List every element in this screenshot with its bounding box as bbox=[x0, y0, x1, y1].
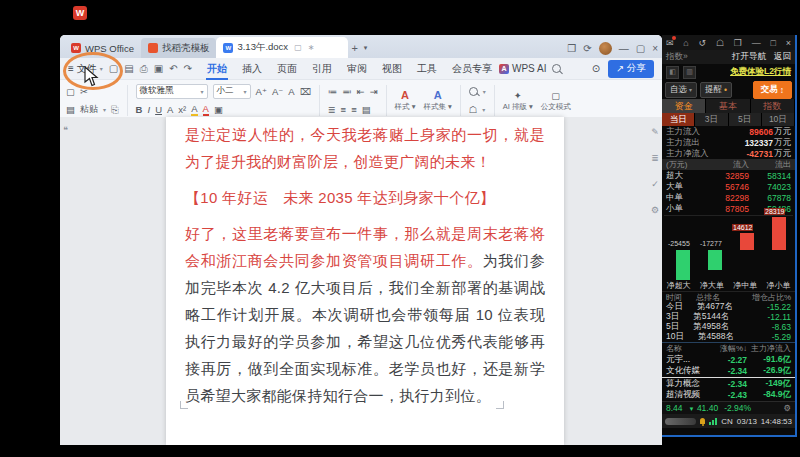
text-color-icon[interactable]: A bbox=[203, 103, 209, 116]
clipboard-icon[interactable]: ▢ bbox=[66, 86, 75, 97]
period-tab-4[interactable]: 10日 bbox=[762, 113, 795, 126]
ai-typeset-button[interactable]: ✦ AI 排版 ▾ bbox=[503, 82, 533, 119]
watchlist-button[interactable]: 自选 ▾ bbox=[665, 82, 697, 98]
text-effect-icon[interactable]: A bbox=[288, 86, 294, 97]
char-shading-icon[interactable]: ▣ bbox=[214, 104, 223, 115]
format-painter-icon[interactable]: ⎘ bbox=[111, 104, 119, 116]
alert-button[interactable]: 提醒 • bbox=[700, 82, 732, 98]
print-icon[interactable]: ⎙ bbox=[140, 63, 148, 75]
paste-icon[interactable]: ▤ bbox=[66, 104, 75, 115]
align-left-icon[interactable]: ≣ bbox=[328, 104, 336, 115]
sector-row[interactable]: 超清视频-2.43-84.9亿 bbox=[662, 390, 795, 402]
increase-font-icon[interactable]: A⁺ bbox=[256, 86, 267, 97]
stock-minimize-button[interactable]: — bbox=[752, 38, 761, 48]
settings-icon[interactable]: ⚙ bbox=[651, 205, 659, 215]
new-tab-button[interactable]: + bbox=[351, 38, 357, 58]
align-justify-icon[interactable]: ▤ bbox=[362, 104, 371, 115]
undo-icon[interactable]: ↶ bbox=[169, 63, 177, 74]
collaborate-icon[interactable]: ⊙ bbox=[592, 63, 600, 74]
sidebar-tool-icon[interactable]: ❝ bbox=[63, 125, 68, 135]
paragraph[interactable]: 是注定逆人性的，今天我老蒋赌上身家的一切，就是为了提升我的财富阶层，创造更广阔的… bbox=[185, 121, 545, 175]
ribbon-tab-8[interactable]: 会员专享 bbox=[451, 59, 493, 79]
close-button[interactable]: × bbox=[652, 43, 658, 54]
tab-docer-templates[interactable]: 找稻壳模板 bbox=[141, 38, 217, 58]
numbering-icon[interactable]: ≕ bbox=[342, 86, 352, 97]
document-page[interactable]: 是注定逆人性的，今天我老蒋赌上身家的一切，就是为了提升我的财富阶层，创造更广阔的… bbox=[166, 117, 564, 445]
sector-row[interactable]: 文化传媒-2.34-26.9亿 bbox=[662, 366, 795, 379]
settings-gear-icon[interactable]: ⚙ bbox=[783, 403, 791, 413]
stock-tab-2[interactable]: 基本 bbox=[706, 99, 750, 113]
document-text[interactable]: 是注定逆人性的，今天我老蒋赌上身家的一切，就是为了提升我的财富阶层，创造更广阔的… bbox=[185, 121, 545, 409]
italic-button[interactable]: I bbox=[147, 104, 150, 115]
ribbon-tab-4[interactable]: 引用 bbox=[311, 59, 333, 79]
stock-tab-1[interactable]: 资金 bbox=[662, 99, 706, 113]
outline-icon[interactable]: ≣ bbox=[651, 153, 659, 163]
underline-button[interactable]: U bbox=[155, 104, 162, 115]
stock-maximize-button[interactable]: □ bbox=[770, 38, 775, 48]
superscript-icon[interactable]: x² bbox=[178, 104, 186, 115]
workspace-icon[interactable]: ❐ bbox=[567, 43, 576, 54]
paragraph[interactable]: 好了，这里老蒋要宣布一件事，那么就是周末老蒋将会和浙江商会共同参加资管项目调研工… bbox=[185, 220, 545, 409]
styles-button[interactable]: A 样式 ▾ bbox=[395, 82, 416, 119]
bold-button[interactable]: B bbox=[136, 104, 143, 115]
redo-icon[interactable]: ↷ bbox=[184, 63, 192, 74]
font-size-select[interactable]: 小二 ▾ bbox=[213, 84, 251, 99]
wps-ai-tab[interactable]: A WPS AI bbox=[499, 63, 546, 74]
doc-more-icon[interactable]: ∗ bbox=[308, 43, 315, 52]
minimize-button[interactable]: — bbox=[619, 43, 629, 54]
ribbon-tab-7[interactable]: 工具 bbox=[416, 59, 438, 79]
bullets-icon[interactable]: ≔ bbox=[328, 86, 338, 97]
trade-button[interactable]: 交易 ↕ bbox=[753, 81, 792, 99]
font-color-icon[interactable]: A bbox=[167, 104, 173, 115]
increase-indent-icon[interactable]: ⇥ bbox=[370, 86, 378, 97]
sector-row[interactable]: 算力概念-2.34-149亿 bbox=[662, 378, 795, 390]
ribbon-tab-2[interactable]: 插入 bbox=[241, 59, 263, 79]
tools-icon[interactable]: ☖ bbox=[716, 38, 724, 48]
mail-icon[interactable]: ✉ bbox=[666, 38, 674, 48]
highlight-color-icon[interactable]: A bbox=[191, 103, 197, 116]
find-replace-icon[interactable] bbox=[469, 87, 478, 96]
gongwen-mode-button[interactable]: ▢ 公文模式 bbox=[541, 82, 571, 119]
proofing-icon[interactable]: ✓ bbox=[651, 179, 659, 189]
select-tool-icon[interactable]: ☖ bbox=[469, 104, 478, 115]
open-navigation-link[interactable]: 打开导航 bbox=[732, 51, 766, 63]
edit-tool-icon[interactable]: ✎ bbox=[651, 127, 659, 137]
align-center-icon[interactable]: ≡ bbox=[341, 104, 347, 115]
period-tab-1[interactable]: 当日 bbox=[662, 113, 695, 126]
clear-format-icon[interactable]: ⌧ bbox=[300, 86, 311, 97]
ribbon-tab-3[interactable]: 页面 bbox=[276, 59, 298, 79]
index-breadcrumb[interactable]: 指数» bbox=[666, 51, 688, 63]
view-toggle-icon-2[interactable]: ▥ bbox=[683, 66, 696, 79]
paragraph-heading[interactable]: 【10 年好运 未来 2035 年达到身家十个亿】 bbox=[185, 184, 545, 211]
share-button[interactable]: ↗ 分享 bbox=[608, 60, 654, 78]
decrease-font-icon[interactable]: A⁻ bbox=[272, 86, 283, 97]
search-icon[interactable] bbox=[552, 64, 561, 73]
open-icon[interactable]: ▤ bbox=[124, 63, 133, 74]
stock-tab-3[interactable]: 指数 bbox=[751, 99, 795, 113]
back-icon[interactable]: ↺ bbox=[699, 38, 707, 48]
home-icon[interactable]: ⌂ bbox=[683, 38, 688, 48]
paste-chevron-icon[interactable]: ▾ bbox=[103, 106, 106, 113]
ribbon-tab-1[interactable]: 开始 bbox=[206, 59, 228, 79]
ribbon-tab-5[interactable]: 审阅 bbox=[346, 59, 368, 79]
stock-close-button[interactable]: × bbox=[786, 38, 791, 48]
tab-document-active[interactable]: W 3.13午.docx ▢ ∗ bbox=[216, 37, 348, 58]
bell-icon[interactable] bbox=[700, 418, 706, 424]
user-avatar[interactable] bbox=[599, 42, 612, 55]
save-icon[interactable]: ▣ bbox=[154, 63, 163, 74]
paste-label[interactable]: 粘贴 bbox=[80, 103, 98, 116]
font-family-select[interactable]: 微软雅黑 ▾ bbox=[136, 84, 208, 99]
sector-row[interactable]: 元宇...-2.27-91.6亿 bbox=[662, 354, 795, 366]
restore-icon[interactable]: ❐ bbox=[734, 38, 742, 48]
period-tab-3[interactable]: 5日 bbox=[729, 113, 762, 126]
align-right-icon[interactable]: ≡ bbox=[351, 104, 357, 115]
ribbon-tab-6[interactable]: 视图 bbox=[381, 59, 403, 79]
period-tab-2[interactable]: 3日 bbox=[695, 113, 728, 126]
decrease-indent-icon[interactable]: ⇤ bbox=[357, 86, 365, 97]
maximize-button[interactable]: ▢ bbox=[636, 43, 645, 54]
sync-icon[interactable]: ⟳ bbox=[583, 43, 591, 54]
style-set-button[interactable]: A 样式集 ▾ bbox=[423, 82, 451, 119]
tab-list-chevron[interactable]: ▾ bbox=[364, 38, 368, 58]
back-link[interactable]: 返回 bbox=[774, 51, 791, 63]
view-toggle-icon-1[interactable]: ◧ bbox=[666, 66, 679, 79]
